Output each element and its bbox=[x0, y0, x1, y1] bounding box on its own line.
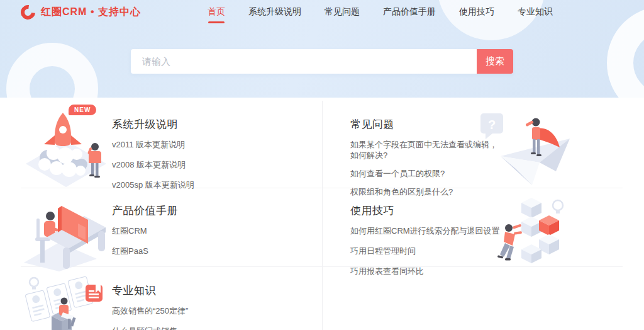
nav-item-value-handbook[interactable]: 产品价值手册 bbox=[383, 6, 436, 18]
brand-logo[interactable]: 红圈CRM • 支持中心 bbox=[21, 5, 141, 20]
documents-illustration bbox=[23, 275, 111, 330]
paper-plane-illustration: ? bbox=[479, 108, 574, 186]
card-title-tips: 使用技巧 bbox=[350, 203, 623, 218]
card-title-upgrade: 系统升级说明 bbox=[112, 117, 322, 132]
nav-item-usage-tips[interactable]: 使用技巧 bbox=[459, 6, 494, 18]
card-expertise: 专业知识 高效销售的“250定律” 什么是顾问式销售 bbox=[21, 267, 323, 330]
card-title-value: 产品价值手册 bbox=[112, 203, 322, 218]
main-nav: 首页 系统升级说明 常见问题 产品价值手册 使用技巧 专业知识 bbox=[208, 6, 553, 18]
rocket-illustration bbox=[24, 109, 109, 188]
empty-cell bbox=[323, 267, 623, 330]
nav-item-expertise[interactable]: 专业知识 bbox=[518, 6, 553, 18]
card-system-upgrade: NEW bbox=[21, 101, 323, 188]
search-input[interactable] bbox=[131, 49, 477, 74]
link-hongquan-crm[interactable]: 红圈CRM bbox=[112, 225, 322, 236]
red-document-icon bbox=[86, 285, 103, 302]
link-lead-assignment[interactable]: 如何用红圈CRM进行线索分配与退回设置 bbox=[350, 225, 623, 236]
link-consultative-selling[interactable]: 什么是顾问式销售 bbox=[112, 326, 322, 330]
workstation-illustration bbox=[23, 197, 111, 271]
decor-ring-right bbox=[607, 6, 644, 98]
card-faq: ? 常见问题 如果某个字段在页面中无法查看或编辑，如何解决? 如何查看一个员工的… bbox=[323, 101, 623, 188]
link-hongquan-paas[interactable]: 红圈PaaS bbox=[112, 246, 322, 256]
content-grid: NEW bbox=[21, 101, 623, 330]
red-ring-logo-icon bbox=[18, 2, 38, 22]
cubes-illustration bbox=[487, 198, 566, 266]
link-250-rule[interactable]: 高效销售的“250定律” bbox=[112, 305, 322, 316]
link-schedule-management[interactable]: 巧用日程管理时间 bbox=[350, 246, 623, 256]
lightbulb-small-icon bbox=[30, 278, 38, 287]
question-bubble-icon: ? bbox=[488, 118, 496, 132]
nav-item-home[interactable]: 首页 bbox=[208, 6, 225, 18]
card-usage-tips: 使用技巧 如何用红圈CRM进行线索分配与退回设置 巧用日程管理时间 巧用报表查看… bbox=[323, 188, 623, 267]
brand-title: 红圈CRM • 支持中心 bbox=[41, 6, 141, 19]
new-badge: NEW bbox=[69, 105, 96, 115]
search-button[interactable]: 搜索 bbox=[477, 49, 513, 74]
card-product-value: 产品价值手册 红圈CRM 红圈PaaS bbox=[21, 188, 323, 267]
card-title-knowledge: 专业知识 bbox=[112, 283, 322, 298]
link-v2011-notes[interactable]: v2011 版本更新说明 bbox=[112, 139, 322, 150]
search-bar: 搜索 bbox=[131, 49, 513, 74]
link-v2008-notes[interactable]: v2008 版本更新说明 bbox=[112, 159, 322, 170]
decor-ring-left bbox=[6, 43, 98, 98]
nav-item-faq[interactable]: 常见问题 bbox=[325, 6, 360, 18]
lightbulb-icon bbox=[553, 200, 563, 210]
hero-section: 红圈CRM • 支持中心 首页 系统升级说明 常见问题 产品价值手册 使用技巧 … bbox=[0, 0, 644, 98]
nav-item-upgrade-notes[interactable]: 系统升级说明 bbox=[248, 6, 301, 18]
